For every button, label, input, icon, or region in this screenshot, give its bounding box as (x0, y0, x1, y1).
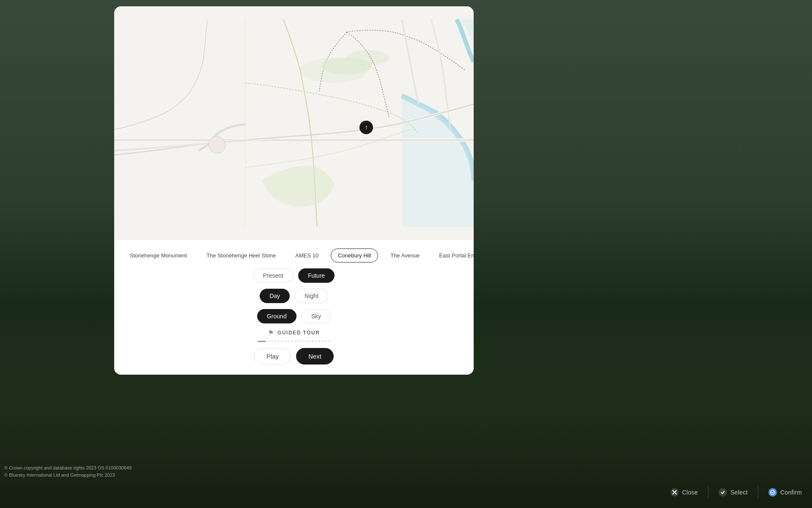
select-icon (719, 488, 727, 497)
copyright-line-1: © Crown copyright and database rights 20… (4, 464, 132, 472)
progress-filled-1 (258, 341, 266, 342)
progress-dot-10 (298, 340, 300, 342)
tab-stonehenge-monument[interactable]: Stonehenge Monument (123, 248, 194, 262)
progress-dot-14 (312, 340, 313, 342)
bottom-toolbar: Close Select Confirm (0, 480, 812, 508)
svg-point-4 (208, 136, 225, 153)
close-label: Close (682, 489, 698, 496)
confirm-icon (768, 488, 777, 497)
progress-dot-3 (274, 340, 276, 342)
progress-dot-15 (315, 340, 317, 342)
next-button[interactable]: Next (296, 348, 334, 364)
tab-east-portal[interactable]: East Portal Entrance (432, 248, 474, 262)
svg-point-3 (321, 58, 372, 75)
modal-dialog: ↑ Stonehenge Monument The Stonehenge Hee… (114, 6, 474, 375)
copyright-text: © Crown copyright and database rights 20… (4, 464, 132, 478)
progress-dot-11 (302, 340, 303, 342)
progress-dot-13 (308, 340, 310, 342)
progress-dot-16 (318, 340, 320, 342)
toggle-sky[interactable]: Sky (302, 309, 331, 323)
progress-dot-9 (295, 340, 296, 342)
progress-dot-5 (281, 340, 283, 342)
progress-dot-7 (288, 340, 290, 342)
progress-dot-4 (278, 340, 280, 342)
location-tabs-row: Stonehenge Monument The Stonehenge Heel … (114, 248, 474, 262)
location-pin[interactable]: ↑ (359, 121, 373, 134)
pin-arrow-icon: ↑ (365, 124, 368, 131)
progress-dot-1 (268, 340, 269, 342)
ground-sky-toggle-row: Ground Sky (257, 309, 331, 323)
play-button[interactable]: Play (254, 348, 291, 364)
progress-dot-8 (291, 340, 293, 342)
toggle-future[interactable]: Future (298, 268, 335, 283)
confirm-label: Confirm (780, 489, 802, 496)
tab-heel-stone[interactable]: The Stonehenge Heel Stone (199, 248, 283, 262)
progress-dot-17 (322, 340, 324, 342)
progress-dot-18 (325, 340, 327, 342)
guided-tour-section: ⚑ GUIDED TOUR (114, 329, 474, 342)
controls-area: Stonehenge Monument The Stonehenge Heel … (114, 240, 474, 375)
tab-the-avenue[interactable]: The Avenue (383, 248, 427, 262)
progress-bar (258, 340, 330, 342)
select-button[interactable]: Select (708, 484, 758, 501)
action-buttons: Play Next (254, 348, 334, 364)
toggle-present[interactable]: Present (253, 268, 293, 283)
guided-tour-label: ⚑ GUIDED TOUR (268, 329, 320, 336)
progress-dot-2 (271, 340, 273, 342)
progress-dot-6 (285, 340, 286, 342)
copyright-line-2: © Bluesky International Ltd and Getmappi… (4, 472, 132, 479)
tab-ames-10[interactable]: AMES 10 (288, 248, 326, 262)
close-button[interactable]: Close (660, 484, 708, 501)
toggle-ground[interactable]: Ground (257, 309, 296, 323)
progress-dot-12 (305, 340, 307, 342)
toggle-night[interactable]: Night (295, 289, 328, 303)
map-area[interactable]: ↑ (114, 6, 474, 240)
map-svg (114, 6, 474, 240)
day-night-toggle-row: Day Night (260, 289, 328, 303)
tab-conebury-hill[interactable]: Conebury Hill (331, 248, 378, 262)
close-icon (670, 488, 679, 497)
guided-tour-text: GUIDED TOUR (277, 330, 320, 336)
select-label: Select (730, 489, 748, 496)
time-toggle-row: Present Future (253, 268, 335, 283)
progress-dot-19 (329, 340, 330, 342)
toggle-day[interactable]: Day (260, 289, 290, 303)
flag-icon: ⚑ (268, 329, 274, 336)
confirm-button[interactable]: Confirm (758, 484, 812, 501)
